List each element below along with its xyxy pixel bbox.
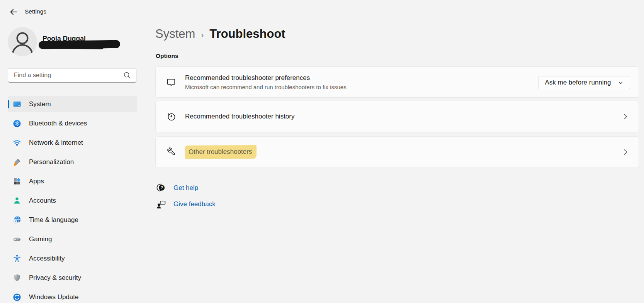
privacy-security-icon xyxy=(13,274,21,282)
sidebar-item-label: Personalization xyxy=(29,158,74,166)
sidebar-item-network-internet[interactable]: Network & internet xyxy=(8,135,137,151)
sidebar-item-gaming[interactable]: Gaming xyxy=(8,231,137,247)
sidebar-item-time-language[interactable]: Time & language xyxy=(8,212,137,228)
get-help-link[interactable]: ? Get help xyxy=(156,183,198,193)
search-input[interactable] xyxy=(8,72,123,79)
gaming-icon xyxy=(13,235,21,244)
sidebar-item-label: Privacy & security xyxy=(29,274,81,282)
sidebar-item-windows-update[interactable]: Windows Update xyxy=(8,289,137,303)
help-icon: ? xyxy=(156,183,166,193)
selected-accent-bar xyxy=(8,100,9,108)
preferences-dropdown[interactable]: Ask me before running xyxy=(538,76,630,89)
card-title: Recommended troubleshooter history xyxy=(185,113,294,120)
dropdown-value: Ask me before running xyxy=(545,79,611,86)
page-title: Troubleshoot xyxy=(209,27,285,41)
breadcrumb-separator-icon: › xyxy=(201,29,204,39)
accessibility-icon xyxy=(13,254,21,263)
sidebar-item-label: System xyxy=(29,100,51,108)
card-troubleshooter-history[interactable]: Recommended troubleshooter history xyxy=(155,101,639,132)
wrench-icon xyxy=(166,147,176,157)
feedback-icon xyxy=(156,199,166,209)
highlight-annotation: Other troubleshooters xyxy=(185,145,257,159)
system-icon xyxy=(13,100,21,108)
sidebar-item-label: Windows Update xyxy=(29,293,79,301)
sidebar-item-label: Gaming xyxy=(29,235,52,243)
card-text: Recommended troubleshooter preferences M… xyxy=(185,74,347,90)
sidebar-item-privacy-security[interactable]: Privacy & security xyxy=(8,270,137,286)
sidebar-item-label: Apps xyxy=(29,178,44,185)
sidebar-nav: System Bluetooth & devices Network & int… xyxy=(8,96,137,303)
link-label: Get help xyxy=(173,184,198,192)
sidebar-item-apps[interactable]: Apps xyxy=(8,173,137,190)
sidebar-item-label: Accessibility xyxy=(29,255,65,262)
card-text: Recommended troubleshooter history xyxy=(185,113,294,120)
personalization-icon xyxy=(13,158,21,166)
time-language-icon xyxy=(13,216,21,224)
card-other-troubleshooters[interactable]: Other troubleshooters xyxy=(155,136,639,168)
breadcrumb: System › Troubleshoot xyxy=(155,27,285,41)
avatar xyxy=(8,27,37,56)
card-subtitle: Microsoft can recommend and run troubles… xyxy=(185,84,347,90)
back-arrow-icon xyxy=(9,7,18,17)
card-text: Other troubleshooters xyxy=(185,146,257,159)
accounts-icon xyxy=(13,196,21,205)
redacted-email xyxy=(39,40,120,49)
apps-icon xyxy=(13,177,21,186)
sidebar-item-label: Accounts xyxy=(29,197,56,205)
card-title: Other troubleshooters xyxy=(189,148,252,156)
search-box[interactable] xyxy=(8,68,137,83)
windows-update-icon xyxy=(13,293,21,301)
chevron-down-icon xyxy=(618,80,624,86)
sidebar-item-accessibility[interactable]: Accessibility xyxy=(8,251,137,267)
chevron-right-icon xyxy=(622,113,629,120)
svg-text:?: ? xyxy=(160,185,163,190)
sidebar-item-accounts[interactable]: Accounts xyxy=(8,193,137,209)
app-title: Settings xyxy=(25,8,46,15)
person-icon xyxy=(8,27,37,56)
chevron-right-icon xyxy=(622,148,629,156)
search-icon xyxy=(123,71,131,79)
sidebar-item-system[interactable]: System xyxy=(8,96,137,112)
give-feedback-link[interactable]: Give feedback xyxy=(156,199,216,209)
bluetooth-icon xyxy=(13,119,21,128)
sidebar-item-personalization[interactable]: Personalization xyxy=(8,154,137,170)
message-icon xyxy=(166,77,176,87)
back-button[interactable] xyxy=(7,6,20,18)
card-title: Recommended troubleshooter preferences xyxy=(185,74,347,82)
sidebar-item-label: Bluetooth & devices xyxy=(29,120,87,127)
history-icon xyxy=(166,112,177,122)
sidebar-item-bluetooth-devices[interactable]: Bluetooth & devices xyxy=(8,115,137,132)
sidebar-item-label: Network & internet xyxy=(29,139,83,147)
network-icon xyxy=(13,139,21,147)
sidebar-item-label: Time & language xyxy=(29,216,78,224)
link-label: Give feedback xyxy=(173,200,216,208)
section-heading: Options xyxy=(156,52,178,59)
card-troubleshooter-preferences: Recommended troubleshooter preferences M… xyxy=(155,66,639,98)
breadcrumb-parent[interactable]: System xyxy=(155,27,195,41)
